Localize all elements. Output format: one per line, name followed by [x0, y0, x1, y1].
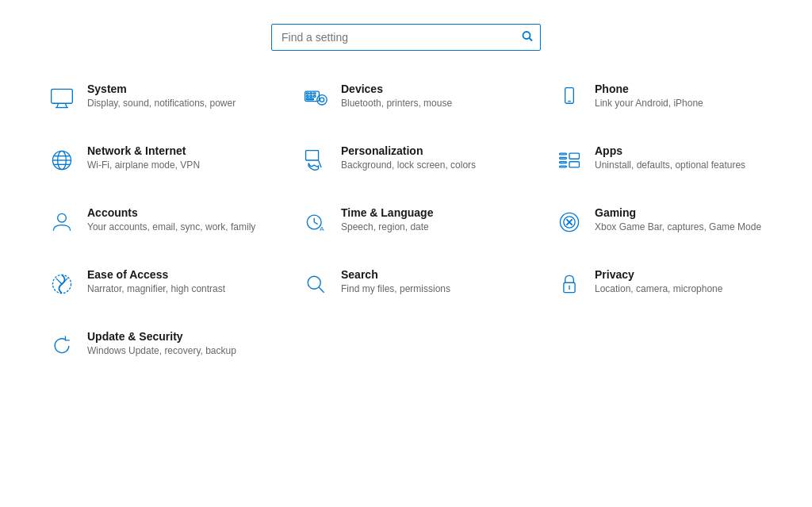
person-icon	[48, 208, 76, 236]
setting-desc-search: Find my files, permissions	[341, 282, 450, 296]
setting-desc-privacy: Location, camera, microphone	[595, 282, 722, 296]
svg-rect-25	[560, 153, 567, 155]
time-icon: A	[301, 208, 330, 236]
svg-point-39	[308, 276, 320, 289]
setting-text-ease: Ease of Access Narrator, magnifier, high…	[87, 268, 225, 296]
search-input[interactable]	[271, 24, 541, 51]
svg-rect-10	[306, 95, 308, 97]
setting-item-apps[interactable]: Apps Uninstall, defaults, optional featu…	[549, 136, 771, 182]
setting-desc-apps: Uninstall, defaults, optional features	[595, 159, 745, 172]
setting-item-accounts[interactable]: Accounts Your accounts, email, sync, wor…	[41, 198, 263, 244]
setting-desc-gaming: Xbox Game Bar, captures, Game Mode	[595, 221, 761, 234]
svg-text:A: A	[320, 225, 324, 232]
svg-point-15	[320, 98, 324, 102]
setting-text-update: Update & Security Windows Update, recove…	[87, 330, 236, 358]
monitor-icon	[48, 84, 76, 113]
setting-title-accounts: Accounts	[87, 206, 255, 219]
setting-text-search: Search Find my files, permissions	[341, 268, 450, 296]
ease-icon	[48, 270, 76, 298]
setting-desc-update: Windows Update, recovery, backup	[87, 344, 236, 358]
setting-title-apps: Apps	[595, 144, 745, 157]
svg-rect-27	[560, 162, 567, 163]
setting-text-devices: Devices Bluetooth, printers, mouse	[341, 83, 452, 110]
setting-item-time[interactable]: A Time & Language Speech, region, date	[295, 198, 517, 244]
setting-item-update[interactable]: Update & Security Windows Update, recove…	[41, 322, 263, 368]
svg-rect-23	[306, 151, 319, 160]
search-icon	[301, 270, 330, 298]
setting-text-personalization: Personalization Background, lock screen,…	[341, 144, 476, 172]
setting-item-ease[interactable]: Ease of Access Narrator, magnifier, high…	[41, 260, 263, 306]
setting-desc-ease: Narrator, magnifier, high contrast	[87, 282, 225, 296]
setting-text-system: System Display, sound, notifications, po…	[87, 83, 236, 110]
setting-item-network[interactable]: Network & Internet Wi-Fi, airplane mode,…	[41, 136, 263, 182]
setting-text-gaming: Gaming Xbox Game Bar, captures, Game Mod…	[595, 206, 761, 234]
setting-title-devices: Devices	[341, 83, 452, 95]
svg-line-34	[314, 222, 317, 225]
settings-page: System Display, sound, notifications, po…	[0, 0, 812, 507]
setting-item-gaming[interactable]: Gaming Xbox Game Bar, captures, Game Mod…	[549, 198, 771, 244]
privacy-icon	[555, 270, 584, 298]
setting-item-phone[interactable]: Phone Link your Android, iPhone	[549, 75, 771, 121]
setting-item-privacy[interactable]: Privacy Location, camera, microphone	[549, 260, 771, 306]
svg-rect-26	[560, 157, 567, 159]
setting-text-privacy: Privacy Location, camera, microphone	[595, 268, 722, 296]
svg-rect-7	[306, 93, 308, 94]
setting-title-phone: Phone	[595, 83, 703, 95]
svg-rect-12	[313, 95, 316, 97]
setting-title-network: Network & Internet	[87, 144, 200, 157]
setting-title-update: Update & Security	[87, 330, 236, 343]
svg-rect-11	[310, 95, 312, 97]
setting-title-search: Search	[341, 268, 450, 281]
setting-desc-time: Speech, region, date	[341, 221, 433, 234]
paint-icon	[301, 146, 330, 175]
svg-point-31	[58, 213, 67, 222]
setting-text-phone: Phone Link your Android, iPhone	[595, 83, 703, 110]
search-wrapper	[271, 24, 541, 51]
setting-title-ease: Ease of Access	[87, 268, 225, 281]
setting-text-network: Network & Internet Wi-Fi, airplane mode,…	[87, 144, 200, 172]
setting-title-personalization: Personalization	[341, 144, 476, 157]
setting-title-privacy: Privacy	[595, 268, 722, 281]
svg-rect-2	[52, 89, 73, 103]
phone-icon	[555, 84, 584, 113]
setting-desc-devices: Bluetooth, printers, mouse	[341, 97, 452, 110]
svg-rect-30	[569, 162, 579, 167]
keyboard-icon	[301, 84, 330, 113]
gaming-icon	[555, 208, 584, 236]
svg-line-4	[65, 103, 67, 107]
setting-item-devices[interactable]: Devices Bluetooth, printers, mouse	[295, 75, 517, 121]
setting-item-system[interactable]: System Display, sound, notifications, po…	[41, 75, 263, 121]
setting-desc-phone: Link your Android, iPhone	[595, 97, 703, 110]
svg-rect-9	[313, 93, 316, 94]
setting-title-system: System	[87, 83, 236, 95]
settings-grid: System Display, sound, notifications, po…	[41, 75, 771, 368]
svg-rect-29	[569, 153, 579, 159]
svg-rect-13	[306, 98, 313, 100]
setting-desc-network: Wi-Fi, airplane mode, VPN	[87, 159, 200, 172]
setting-text-time: Time & Language Speech, region, date	[341, 206, 433, 234]
setting-desc-system: Display, sound, notifications, power	[87, 97, 236, 110]
setting-item-personalization[interactable]: Personalization Background, lock screen,…	[295, 136, 517, 182]
svg-point-14	[317, 95, 327, 105]
svg-line-40	[319, 287, 324, 293]
setting-item-search[interactable]: Search Find my files, permissions	[295, 260, 517, 306]
svg-rect-8	[310, 93, 312, 94]
globe-icon	[48, 146, 76, 175]
svg-line-3	[57, 103, 59, 107]
apps-icon	[555, 146, 584, 175]
setting-title-time: Time & Language	[341, 206, 433, 219]
setting-desc-accounts: Your accounts, email, sync, work, family	[87, 221, 255, 234]
setting-title-gaming: Gaming	[595, 206, 761, 219]
update-icon	[48, 332, 76, 360]
setting-text-apps: Apps Uninstall, defaults, optional featu…	[595, 144, 745, 172]
setting-desc-personalization: Background, lock screen, colors	[341, 159, 476, 172]
svg-rect-28	[560, 166, 567, 167]
setting-text-accounts: Accounts Your accounts, email, sync, wor…	[87, 206, 255, 234]
